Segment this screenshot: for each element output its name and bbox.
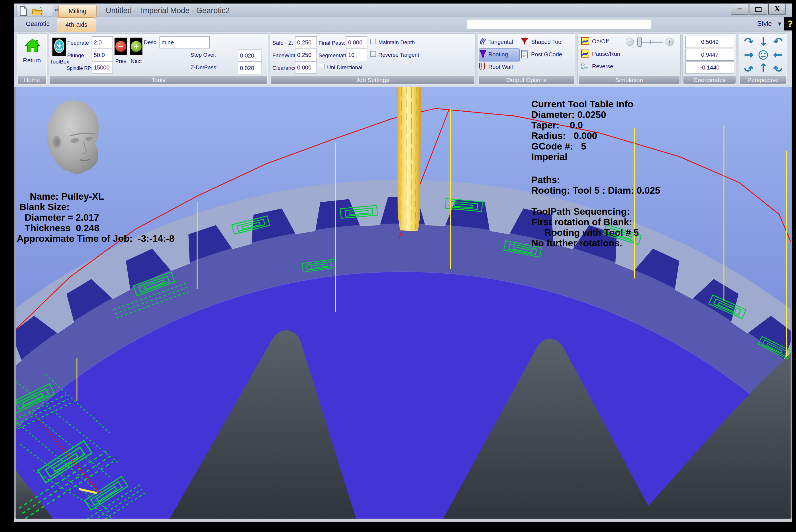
3d-viewport[interactable]: Name: Pulley-XL Blank Size: Diameter = 2…	[16, 87, 791, 519]
style-combobox[interactable]	[467, 19, 651, 29]
prev-button[interactable]: −	[115, 38, 127, 55]
group-job-settings: Safe - Z: 0.250 FaceWidth 0.250 Clearanc…	[270, 33, 475, 85]
window-title: Untitled - Imperial Mode - Gearotic2	[106, 6, 230, 15]
blank-info-overlay: Name: Pulley-XL Blank Size: Diameter = 2…	[17, 191, 174, 244]
toolbox-button[interactable]	[52, 38, 66, 56]
checkbox-maintain-depth[interactable]	[371, 39, 376, 44]
facewidth-label: FaceWidth	[272, 52, 298, 59]
group-tools-caption: Tools	[50, 76, 267, 84]
title-bar: » Milling Untitled - Imperial Mode - Gea…	[14, 4, 792, 17]
app-window: » Milling Untitled - Imperial Mode - Gea…	[14, 3, 792, 522]
group-coordinates: 0.5049 0.9447 -0.1440 Coordinates	[682, 33, 737, 85]
clearance-field[interactable]: 0.000	[295, 61, 317, 74]
new-document-icon[interactable]	[19, 6, 27, 17]
sim-onoff-button[interactable]: On/Off	[592, 38, 609, 45]
feedrate-label: Feedrate	[67, 40, 89, 46]
tab-gearotic[interactable]: Gearotic	[19, 20, 56, 27]
post-gcode-icon	[522, 50, 528, 60]
safez-field[interactable]: 0.250	[295, 36, 317, 49]
toolbox-label: ToolBox	[49, 59, 70, 65]
shaped-tool-button[interactable]: Shaped Tool	[531, 39, 563, 45]
group-simulation-caption: Simulation	[579, 76, 680, 84]
group-output-caption: Output Options	[479, 76, 574, 84]
toolbar-overflow-chevron[interactable]: »	[54, 6, 58, 13]
group-output-options: Tangental Rooting Root Wall Shaped Tool …	[478, 33, 575, 85]
persp-pan-left-button[interactable]: ←	[771, 48, 784, 61]
tool-table-info-overlay: Current Tool Table Info Diameter: 0.0250…	[531, 99, 633, 162]
minimize-button[interactable]: −	[731, 4, 748, 15]
sim-slider-thumb[interactable]	[638, 37, 642, 47]
persp-tilt-down-button[interactable]: ↓	[756, 35, 770, 49]
zdnpass-label: Z-Dn/Pass:	[191, 64, 217, 71]
coordinate-z-field[interactable]: -0.1440	[685, 61, 734, 74]
spindle-rpm-label: Spindle RPM	[67, 65, 95, 71]
stepover-label: Step Over:	[191, 52, 216, 58]
persp-reset-view-button[interactable]	[758, 50, 769, 61]
reverse-tangent-label: Reverse Tangent	[378, 52, 419, 58]
next-label: Next	[130, 58, 143, 64]
group-perspective: ↷ ↓ ↶ → ← ↷ ↑ ↶ Perspective	[739, 33, 787, 85]
coordinate-x-field[interactable]: 0.5049	[685, 36, 734, 48]
sim-zoom-out-button[interactable]: −	[626, 38, 634, 46]
spindle-rpm-field[interactable]: 15000	[92, 61, 113, 74]
checkbox-reverse-tangent[interactable]	[371, 51, 376, 57]
sim-pauserun-button[interactable]: Pause/Run	[592, 51, 620, 57]
shaped-tool-icon	[521, 38, 528, 47]
ribbon: Return Home ToolBox Feedrate 2.0 Plunge …	[14, 32, 792, 87]
root-wall-button[interactable]: Root Wall	[488, 64, 513, 70]
persp-rotate-cw-button[interactable]: ↷	[742, 35, 756, 49]
rooting-button[interactable]: Rooting	[488, 51, 508, 58]
checkbox-uni-directional[interactable]	[319, 64, 324, 69]
group-coordinates-caption: Coordinates	[683, 76, 736, 84]
feedrate-field[interactable]: 2.0	[92, 36, 113, 49]
sim-pauserun-icon	[581, 50, 589, 58]
maintain-depth-label: Maintain Depth	[378, 39, 415, 45]
group-simulation: On/Off Pause/Run ab↳ac Reverse − + Simul…	[577, 33, 681, 85]
safez-label: Safe - Z:	[272, 40, 293, 46]
next-icon: +	[131, 41, 141, 52]
tab-4th-axis[interactable]: 4th-axis	[57, 17, 96, 32]
clearance-label: Clearance	[272, 65, 297, 71]
open-folder-icon[interactable]	[31, 7, 43, 17]
plunge-field[interactable]: 50.0	[92, 49, 113, 61]
desc-field[interactable]: mine	[159, 36, 210, 49]
next-button[interactable]: +	[130, 38, 143, 55]
facewidth-field[interactable]: 0.250	[295, 49, 317, 61]
sim-onoff-icon	[581, 37, 589, 45]
persp-rotate-ccw-button[interactable]: ↶	[771, 35, 784, 49]
zdnpass-field[interactable]: 0.020	[238, 62, 262, 74]
style-dropdown-arrow[interactable]: ▼	[778, 21, 781, 26]
sim-zoom-in-button[interactable]: +	[665, 38, 674, 46]
head-model	[47, 100, 99, 174]
sim-speed-slider[interactable]	[636, 36, 664, 48]
coordinate-y-field[interactable]: 0.9447	[685, 49, 734, 61]
help-button[interactable]: ?	[784, 17, 796, 31]
close-button[interactable]: X	[769, 4, 786, 15]
post-gcode-button[interactable]: Post GCode	[531, 51, 562, 58]
persp-pan-right-button[interactable]: →	[742, 48, 756, 61]
cutting-tool	[397, 87, 421, 231]
root-wall-icon	[479, 62, 486, 72]
segmentation-field[interactable]: 10	[346, 49, 367, 61]
persp-rotate-cw-up-button[interactable]: ↷	[742, 61, 756, 75]
prev-icon: −	[115, 41, 126, 52]
prev-label: Prev	[115, 58, 127, 64]
maximize-button[interactable]	[750, 4, 767, 15]
home-icon[interactable]	[24, 38, 40, 54]
sim-reverse-icon: ab↳ac	[580, 63, 589, 71]
group-tools: ToolBox Feedrate 2.0 Plunge 50.0 Spindle…	[49, 33, 268, 85]
finalpass-field[interactable]: 0.000	[346, 36, 367, 49]
stepover-field[interactable]: 0.020	[238, 50, 262, 61]
style-label[interactable]: Style	[757, 20, 772, 27]
group-home: Return Home	[17, 33, 47, 85]
tab-milling[interactable]: Milling	[58, 4, 97, 17]
uni-directional-label: Uni Directional	[327, 64, 362, 71]
rooting-icon	[479, 50, 487, 59]
tangental-button[interactable]: Tangental	[488, 39, 513, 45]
persp-rotate-ccw-up-button[interactable]: ↶	[771, 61, 784, 75]
ribbon-tab-row: Gearotic 4th-axis Style ▼ ?	[14, 17, 792, 32]
persp-tilt-up-button[interactable]: ↑	[756, 61, 770, 75]
return-button[interactable]: Return	[17, 57, 47, 64]
toolbox-icon	[54, 38, 65, 55]
sim-reverse-button[interactable]: Reverse	[592, 63, 613, 70]
